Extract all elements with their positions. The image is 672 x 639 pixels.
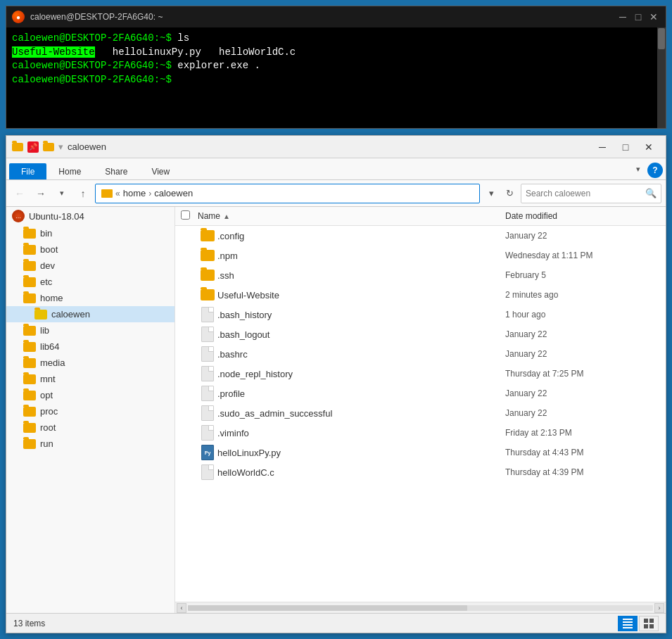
folder-file-icon	[201, 250, 215, 261]
sidebar-item-label: Ubuntu-18.04	[29, 211, 84, 222]
folder-icon	[23, 245, 36, 255]
table-row[interactable]: Py helloLinuxPy.py Thursday at 4:43 PM	[175, 443, 666, 462]
address-dropdown-button[interactable]: ▾	[483, 184, 500, 203]
title-folder-icon2	[43, 143, 54, 151]
sidebar-item-run[interactable]: run	[6, 436, 175, 452]
folder-icon	[34, 310, 47, 320]
file-name: .bash_history	[217, 310, 505, 320]
sidebar-item-boot[interactable]: boot	[6, 241, 175, 258]
terminal-scrollbar[interactable]	[657, 27, 666, 128]
python-file-icon: Py	[201, 445, 214, 460]
table-row[interactable]: .sudo_as_admin_successful January 22	[175, 403, 666, 423]
file-date: 2 minutes ago	[505, 290, 660, 300]
file-name: .ssh	[217, 270, 505, 281]
explorer-maximize-button[interactable]: □	[614, 138, 637, 156]
recent-locations-button[interactable]: ▾	[53, 184, 71, 203]
generic-file-icon	[201, 366, 214, 381]
column-date[interactable]: Date modified	[505, 211, 660, 221]
address-refresh-button[interactable]: ↻	[501, 184, 518, 203]
ribbon-expand-button[interactable]: ▾	[629, 160, 647, 178]
search-icon: 🔍	[645, 188, 657, 198]
address-path[interactable]: « home › caloewen	[95, 184, 480, 203]
table-row[interactable]: .viminfo Friday at 2:13 PM	[175, 423, 666, 443]
sidebar-item-proc[interactable]: proc	[6, 403, 175, 419]
ubuntu-sidebar-icon	[12, 210, 25, 222]
table-row[interactable]: helloWorldC.c Thursday at 4:39 PM	[175, 462, 666, 482]
title-folder-icon	[12, 143, 23, 151]
file-name: .bashrc	[217, 349, 505, 360]
sidebar-item-lib[interactable]: lib	[6, 322, 175, 339]
table-row[interactable]: .node_repl_history Thursday at 7:25 PM	[175, 364, 666, 384]
table-row[interactable]: .npm Wednesday at 1:11 PM	[175, 246, 666, 265]
terminal-minimize-button[interactable]: ─	[616, 11, 629, 23]
sidebar-item-label: run	[40, 438, 53, 449]
sidebar-item-mnt[interactable]: mnt	[6, 371, 175, 387]
sidebar-item-label: bin	[40, 228, 52, 239]
table-row[interactable]: .ssh February 5	[175, 265, 666, 285]
file-name: .viminfo	[217, 428, 505, 438]
explorer-minimize-button[interactable]: ─	[591, 138, 614, 156]
help-button[interactable]: ?	[647, 163, 663, 178]
back-button[interactable]: ←	[11, 184, 29, 203]
terminal-controls: ─ □ ✕	[616, 11, 660, 23]
title-separator: ▾	[58, 141, 63, 152]
scroll-right-button[interactable]: ›	[654, 603, 664, 613]
sidebar-item-bin[interactable]: bin	[6, 225, 175, 241]
file-icon	[198, 425, 217, 441]
tab-share[interactable]: Share	[93, 163, 139, 179]
scroll-left-button[interactable]: ‹	[177, 603, 186, 613]
svg-rect-7	[649, 624, 654, 628]
generic-file-icon	[201, 386, 214, 401]
terminal-close-button[interactable]: ✕	[647, 11, 660, 23]
explorer-close-button[interactable]: ✕	[638, 138, 660, 156]
file-date: February 5	[505, 270, 660, 280]
table-row[interactable]: Useful-Website 2 minutes ago	[175, 285, 666, 305]
file-icon	[198, 464, 217, 480]
sidebar-item-dev[interactable]: dev	[6, 258, 175, 274]
file-date: January 22	[505, 408, 660, 418]
file-name: .node_repl_history	[217, 369, 505, 379]
tab-file[interactable]: File	[9, 163, 46, 179]
file-name: Useful-Website	[217, 290, 505, 300]
file-icon	[198, 405, 217, 421]
sidebar-item-label: caloewen	[51, 309, 90, 320]
sidebar-item-lib64[interactable]: lib64	[6, 339, 175, 355]
folder-icon	[23, 277, 36, 287]
up-button[interactable]: ↑	[74, 184, 92, 203]
sidebar-item-opt[interactable]: opt	[6, 387, 175, 403]
tab-home[interactable]: Home	[46, 163, 93, 179]
folder-icon	[23, 407, 36, 417]
tab-view[interactable]: View	[139, 163, 182, 179]
table-row[interactable]: .bash_history 1 hour ago	[175, 305, 666, 324]
sidebar-item-label: proc	[40, 406, 58, 417]
address-controls: ▾ ↻	[483, 184, 518, 203]
table-row[interactable]: .profile January 22	[175, 384, 666, 403]
sidebar-item-ubuntu[interactable]: Ubuntu-18.04	[6, 207, 175, 225]
horizontal-scrollbar[interactable]: ‹ ›	[175, 602, 666, 613]
terminal-maximize-button[interactable]: □	[632, 11, 645, 23]
column-name[interactable]: Name ▲	[198, 211, 505, 221]
table-row[interactable]: .config January 22	[175, 226, 666, 246]
sidebar-item-etc[interactable]: etc	[6, 274, 175, 290]
sidebar-item-caloewen[interactable]: caloewen	[6, 306, 175, 322]
sidebar-item-media[interactable]: media	[6, 355, 175, 371]
sidebar-item-root[interactable]: root	[6, 419, 175, 436]
file-icon	[198, 230, 217, 241]
svg-rect-4	[644, 619, 648, 623]
file-icon	[198, 250, 217, 261]
search-input[interactable]	[526, 189, 645, 198]
sidebar-item-home[interactable]: home	[6, 290, 175, 306]
table-row[interactable]: .bash_logout January 22	[175, 324, 666, 344]
details-view-button[interactable]	[618, 616, 638, 631]
file-list-header: Name ▲ Date modified	[175, 207, 666, 226]
file-list-area: Name ▲ Date modified .config January 22	[175, 207, 666, 613]
sidebar: Ubuntu-18.04 bin boot dev etc home	[6, 207, 175, 613]
select-all-checkbox[interactable]	[181, 210, 190, 220]
file-name: .profile	[217, 388, 505, 399]
column-date-label: Date modified	[505, 211, 557, 221]
file-icon	[198, 346, 217, 362]
table-row[interactable]: .bashrc January 22	[175, 344, 666, 364]
search-box[interactable]: 🔍	[521, 184, 661, 203]
forward-button[interactable]: →	[32, 184, 50, 203]
large-icons-view-button[interactable]	[639, 616, 659, 631]
